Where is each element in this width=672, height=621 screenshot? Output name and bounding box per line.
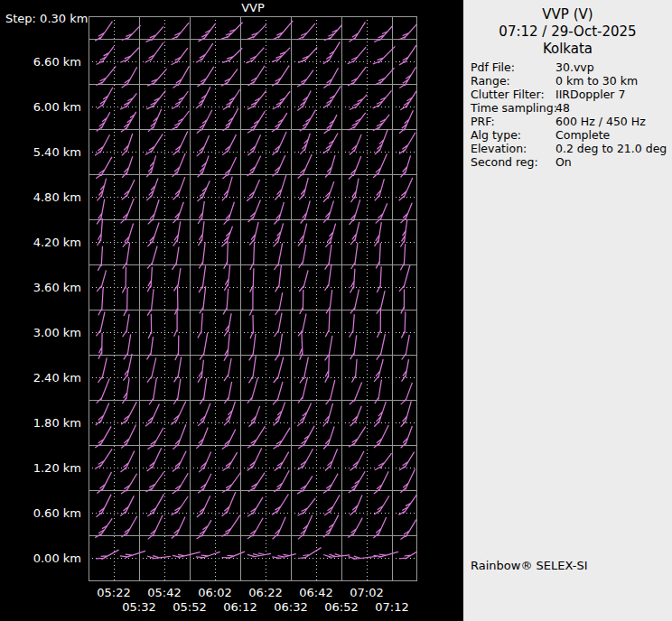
y-axis-label: 3.60 km — [2, 281, 81, 294]
wind-barb — [247, 90, 266, 109]
wind-barb — [147, 69, 166, 86]
info-label: Elevation: — [471, 142, 527, 155]
wind-barb — [148, 109, 162, 132]
wind-barb — [96, 403, 109, 426]
info-label: Pdf File: — [471, 60, 515, 74]
wind-barb — [274, 402, 285, 425]
wind-barb — [349, 156, 361, 180]
wind-barb — [246, 48, 264, 63]
wind-barb — [297, 23, 315, 40]
wind-barb — [175, 335, 179, 360]
wind-barb — [222, 157, 236, 179]
wind-barb — [349, 471, 366, 493]
wind-barb — [399, 67, 415, 88]
info-label: Range: — [471, 74, 510, 88]
wind-barb — [98, 288, 103, 315]
wind-barb — [247, 449, 262, 471]
info-label: PRF: — [471, 115, 495, 128]
x-axis-label: 05:22 — [89, 587, 139, 599]
wind-barb — [147, 357, 156, 382]
wind-barb — [247, 24, 266, 39]
wind-barb — [250, 315, 253, 338]
wind-barb — [224, 202, 235, 225]
wind-barb — [124, 334, 131, 359]
wind-barb — [374, 551, 398, 557]
info-label: Alg type: — [471, 128, 521, 142]
wind-barb — [350, 314, 355, 338]
wind-barb — [375, 179, 385, 200]
wind-barb — [275, 202, 285, 225]
wind-barb — [122, 25, 141, 40]
wind-barb — [375, 453, 392, 470]
panel-header: VVP (V) 07:12 / 29-Oct-2025 Kolkata — [463, 6, 672, 58]
wind-barb — [121, 424, 135, 448]
y-axis-label: 3.00 km — [2, 326, 81, 339]
wind-barb — [200, 333, 208, 360]
wind-barbs — [95, 21, 417, 560]
wind-barb — [248, 200, 261, 222]
wind-barb — [146, 90, 165, 109]
wind-barb — [196, 43, 213, 62]
wind-barb — [323, 200, 333, 222]
wind-barb — [299, 178, 308, 200]
y-axis-label: 0.60 km — [2, 506, 81, 520]
wind-barb — [298, 449, 313, 469]
wind-barb — [349, 556, 377, 559]
product-info-list: Pdf File:30.vvpRange:0 km to 30 kmClutte… — [463, 60, 672, 169]
wind-barb — [348, 518, 362, 538]
wind-barb — [173, 153, 186, 177]
wind-barb — [400, 520, 416, 540]
brand-label: Rainbow® SELEX-SI — [471, 559, 588, 572]
wind-barb — [174, 357, 182, 382]
wind-barb — [348, 47, 366, 64]
wind-barb — [222, 515, 240, 537]
wind-barb — [147, 267, 152, 292]
wind-barb — [401, 383, 413, 404]
x-axis-label: 05:32 — [114, 601, 164, 614]
wind-barb — [373, 115, 389, 131]
wind-barb — [172, 516, 185, 538]
wind-barb — [401, 311, 405, 338]
wind-barb — [272, 495, 289, 515]
wind-barb — [97, 46, 114, 64]
wind-barb — [98, 357, 107, 383]
wind-barb — [247, 156, 261, 176]
wind-barb — [222, 492, 236, 516]
wind-barb — [98, 179, 107, 201]
x-axis-label: 06:32 — [266, 601, 316, 614]
wind-barb — [222, 472, 241, 493]
wind-barb — [198, 23, 215, 42]
site-name: Kolkata — [463, 41, 672, 58]
wind-barb — [275, 313, 283, 337]
wind-barb — [300, 110, 316, 132]
info-row: Pdf File:30.vvp — [463, 60, 672, 74]
y-axis-label: 1.80 km — [2, 416, 81, 430]
wind-barb — [224, 264, 229, 291]
wind-barb — [221, 227, 232, 247]
y-axis-label: 6.60 km — [2, 55, 81, 69]
wind-barb — [148, 199, 159, 224]
wind-barb — [348, 67, 366, 86]
info-row: Alg type:Complete — [463, 128, 672, 142]
wind-barb — [147, 289, 154, 315]
wind-barb — [121, 402, 136, 424]
wind-barb — [374, 496, 389, 514]
wind-barb — [121, 112, 136, 132]
wind-barb — [298, 548, 322, 559]
info-row: Range:0 km to 30 km — [463, 74, 672, 88]
wind-barb — [350, 95, 367, 110]
info-label: Clutter Filter: — [471, 88, 545, 101]
wind-barb — [373, 46, 396, 64]
wind-barb — [247, 553, 271, 557]
y-axis-label: 4.80 km — [2, 190, 81, 204]
info-value: 600 Hz / 450 Hz — [555, 115, 646, 128]
wind-barb — [222, 430, 236, 450]
wind-barb — [324, 495, 340, 515]
info-row: Second reg:On — [463, 155, 672, 169]
wind-barb — [198, 474, 211, 493]
wind-barb — [323, 514, 339, 537]
wind-barb — [146, 178, 158, 200]
x-axis-label: 06:22 — [240, 587, 291, 599]
wind-barb — [325, 224, 335, 247]
wind-barb — [273, 155, 285, 176]
